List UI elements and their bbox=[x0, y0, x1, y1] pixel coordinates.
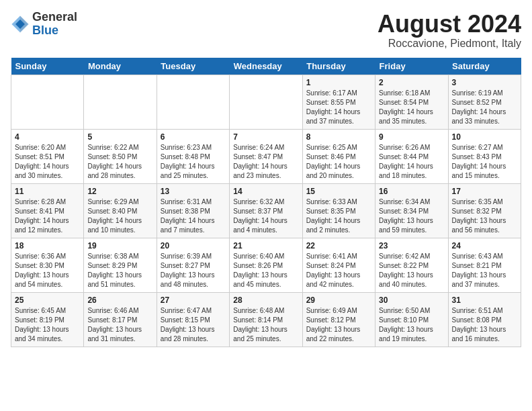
calendar-cell: 3Sunrise: 6:19 AM Sunset: 8:52 PM Daylig… bbox=[448, 75, 521, 129]
calendar-table: SundayMondayTuesdayWednesdayThursdayFrid… bbox=[11, 58, 521, 347]
calendar-cell: 16Sunrise: 6:34 AM Sunset: 8:34 PM Dayli… bbox=[375, 183, 448, 238]
calendar-cell: 18Sunrise: 6:36 AM Sunset: 8:30 PM Dayli… bbox=[11, 238, 84, 292]
day-info: Sunrise: 6:31 AM Sunset: 8:38 PM Dayligh… bbox=[161, 197, 226, 235]
logo-blue-text: Blue bbox=[32, 24, 58, 37]
day-header-friday: Friday bbox=[375, 58, 448, 75]
day-number: 30 bbox=[379, 295, 444, 305]
calendar-body: 1Sunrise: 6:17 AM Sunset: 8:55 PM Daylig… bbox=[11, 75, 521, 347]
day-number: 9 bbox=[379, 132, 444, 142]
day-number: 2 bbox=[379, 78, 444, 87]
day-number: 18 bbox=[15, 241, 80, 250]
day-header-saturday: Saturday bbox=[448, 58, 521, 75]
calendar-cell: 13Sunrise: 6:31 AM Sunset: 8:38 PM Dayli… bbox=[157, 183, 229, 238]
day-header-sunday: Sunday bbox=[11, 58, 84, 75]
day-header-tuesday: Tuesday bbox=[157, 58, 229, 75]
day-info: Sunrise: 6:38 AM Sunset: 8:29 PM Dayligh… bbox=[87, 252, 152, 289]
day-info: Sunrise: 6:28 AM Sunset: 8:41 PM Dayligh… bbox=[15, 197, 80, 235]
calendar-cell bbox=[84, 75, 157, 129]
calendar-cell: 20Sunrise: 6:39 AM Sunset: 8:27 PM Dayli… bbox=[157, 238, 229, 292]
day-info: Sunrise: 6:24 AM Sunset: 8:47 PM Dayligh… bbox=[233, 143, 298, 181]
calendar-week-3: 18Sunrise: 6:36 AM Sunset: 8:30 PM Dayli… bbox=[11, 238, 521, 292]
day-info: Sunrise: 6:51 AM Sunset: 8:08 PM Dayligh… bbox=[452, 306, 517, 344]
calendar-cell: 12Sunrise: 6:29 AM Sunset: 8:40 PM Dayli… bbox=[84, 183, 157, 238]
day-info: Sunrise: 6:26 AM Sunset: 8:44 PM Dayligh… bbox=[379, 143, 444, 181]
day-number: 14 bbox=[233, 187, 298, 196]
calendar-cell: 17Sunrise: 6:35 AM Sunset: 8:32 PM Dayli… bbox=[448, 183, 521, 238]
calendar-cell: 19Sunrise: 6:38 AM Sunset: 8:29 PM Dayli… bbox=[84, 238, 157, 292]
day-info: Sunrise: 6:36 AM Sunset: 8:30 PM Dayligh… bbox=[15, 252, 80, 289]
calendar-cell: 14Sunrise: 6:32 AM Sunset: 8:37 PM Dayli… bbox=[230, 183, 302, 238]
day-header-wednesday: Wednesday bbox=[230, 58, 302, 75]
day-info: Sunrise: 6:19 AM Sunset: 8:52 PM Dayligh… bbox=[452, 89, 517, 126]
day-number: 12 bbox=[87, 187, 152, 196]
day-number: 7 bbox=[233, 132, 298, 142]
day-number: 11 bbox=[15, 187, 80, 196]
logo: General Blue bbox=[11, 11, 77, 38]
calendar-cell: 11Sunrise: 6:28 AM Sunset: 8:41 PM Dayli… bbox=[11, 183, 84, 238]
calendar-cell: 25Sunrise: 6:45 AM Sunset: 8:19 PM Dayli… bbox=[11, 292, 84, 347]
logo-icon bbox=[11, 15, 30, 34]
calendar-cell: 24Sunrise: 6:43 AM Sunset: 8:21 PM Dayli… bbox=[448, 238, 521, 292]
calendar-cell: 2Sunrise: 6:18 AM Sunset: 8:54 PM Daylig… bbox=[375, 75, 448, 129]
day-number: 21 bbox=[233, 241, 298, 250]
day-info: Sunrise: 6:17 AM Sunset: 8:55 PM Dayligh… bbox=[306, 89, 371, 126]
day-info: Sunrise: 6:27 AM Sunset: 8:43 PM Dayligh… bbox=[452, 143, 517, 181]
day-info: Sunrise: 6:32 AM Sunset: 8:37 PM Dayligh… bbox=[233, 197, 298, 235]
day-number: 6 bbox=[161, 132, 226, 142]
day-info: Sunrise: 6:18 AM Sunset: 8:54 PM Dayligh… bbox=[379, 89, 444, 126]
day-number: 24 bbox=[452, 241, 517, 250]
calendar-cell: 5Sunrise: 6:22 AM Sunset: 8:50 PM Daylig… bbox=[84, 129, 157, 183]
calendar-cell: 8Sunrise: 6:25 AM Sunset: 8:46 PM Daylig… bbox=[302, 129, 375, 183]
day-number: 26 bbox=[87, 295, 152, 305]
day-number: 13 bbox=[161, 187, 226, 196]
calendar-cell: 1Sunrise: 6:17 AM Sunset: 8:55 PM Daylig… bbox=[302, 75, 375, 129]
day-info: Sunrise: 6:40 AM Sunset: 8:26 PM Dayligh… bbox=[233, 252, 298, 289]
day-number: 31 bbox=[452, 295, 517, 305]
calendar-cell: 28Sunrise: 6:48 AM Sunset: 8:14 PM Dayli… bbox=[230, 292, 302, 347]
day-info: Sunrise: 6:35 AM Sunset: 8:32 PM Dayligh… bbox=[452, 197, 517, 235]
calendar-cell: 21Sunrise: 6:40 AM Sunset: 8:26 PM Dayli… bbox=[230, 238, 302, 292]
day-info: Sunrise: 6:43 AM Sunset: 8:21 PM Dayligh… bbox=[452, 252, 517, 289]
day-number: 25 bbox=[15, 295, 80, 305]
day-number: 20 bbox=[161, 241, 226, 250]
day-number: 16 bbox=[379, 187, 444, 196]
day-info: Sunrise: 6:42 AM Sunset: 8:22 PM Dayligh… bbox=[379, 252, 444, 289]
calendar-cell: 26Sunrise: 6:46 AM Sunset: 8:17 PM Dayli… bbox=[84, 292, 157, 347]
day-info: Sunrise: 6:48 AM Sunset: 8:14 PM Dayligh… bbox=[233, 306, 298, 344]
day-info: Sunrise: 6:33 AM Sunset: 8:35 PM Dayligh… bbox=[306, 197, 371, 235]
day-number: 19 bbox=[87, 241, 152, 250]
day-number: 22 bbox=[306, 241, 371, 250]
calendar-cell: 31Sunrise: 6:51 AM Sunset: 8:08 PM Dayli… bbox=[448, 292, 521, 347]
calendar-cell: 6Sunrise: 6:23 AM Sunset: 8:48 PM Daylig… bbox=[157, 129, 229, 183]
day-info: Sunrise: 6:20 AM Sunset: 8:51 PM Dayligh… bbox=[15, 143, 80, 181]
month-title: August 2024 bbox=[378, 11, 521, 38]
day-number: 29 bbox=[306, 295, 371, 305]
day-header-row: SundayMondayTuesdayWednesdayThursdayFrid… bbox=[11, 58, 521, 75]
day-info: Sunrise: 6:34 AM Sunset: 8:34 PM Dayligh… bbox=[379, 197, 444, 235]
calendar-week-1: 4Sunrise: 6:20 AM Sunset: 8:51 PM Daylig… bbox=[11, 129, 521, 183]
calendar-cell: 10Sunrise: 6:27 AM Sunset: 8:43 PM Dayli… bbox=[448, 129, 521, 183]
calendar-cell: 9Sunrise: 6:26 AM Sunset: 8:44 PM Daylig… bbox=[375, 129, 448, 183]
day-info: Sunrise: 6:25 AM Sunset: 8:46 PM Dayligh… bbox=[306, 143, 371, 181]
day-number: 10 bbox=[452, 132, 517, 142]
calendar-cell: 7Sunrise: 6:24 AM Sunset: 8:47 PM Daylig… bbox=[230, 129, 302, 183]
day-info: Sunrise: 6:39 AM Sunset: 8:27 PM Dayligh… bbox=[161, 252, 226, 289]
day-info: Sunrise: 6:45 AM Sunset: 8:19 PM Dayligh… bbox=[15, 306, 80, 344]
day-number: 27 bbox=[161, 295, 226, 305]
calendar-cell: 4Sunrise: 6:20 AM Sunset: 8:51 PM Daylig… bbox=[11, 129, 84, 183]
day-number: 23 bbox=[379, 241, 444, 250]
calendar-cell: 29Sunrise: 6:49 AM Sunset: 8:12 PM Dayli… bbox=[302, 292, 375, 347]
calendar-header: SundayMondayTuesdayWednesdayThursdayFrid… bbox=[11, 58, 521, 75]
calendar-week-4: 25Sunrise: 6:45 AM Sunset: 8:19 PM Dayli… bbox=[11, 292, 521, 347]
day-info: Sunrise: 6:23 AM Sunset: 8:48 PM Dayligh… bbox=[161, 143, 226, 181]
day-info: Sunrise: 6:49 AM Sunset: 8:12 PM Dayligh… bbox=[306, 306, 371, 344]
day-info: Sunrise: 6:46 AM Sunset: 8:17 PM Dayligh… bbox=[87, 306, 152, 344]
page-header: General Blue August 2024 Roccavione, Pie… bbox=[11, 11, 521, 50]
title-block: August 2024 Roccavione, Piedmont, Italy bbox=[378, 11, 521, 50]
calendar-cell: 15Sunrise: 6:33 AM Sunset: 8:35 PM Dayli… bbox=[302, 183, 375, 238]
calendar-cell bbox=[230, 75, 302, 129]
day-number: 8 bbox=[306, 132, 371, 142]
day-number: 4 bbox=[15, 132, 80, 142]
logo-general-text: General bbox=[32, 10, 77, 24]
calendar-cell bbox=[11, 75, 84, 129]
